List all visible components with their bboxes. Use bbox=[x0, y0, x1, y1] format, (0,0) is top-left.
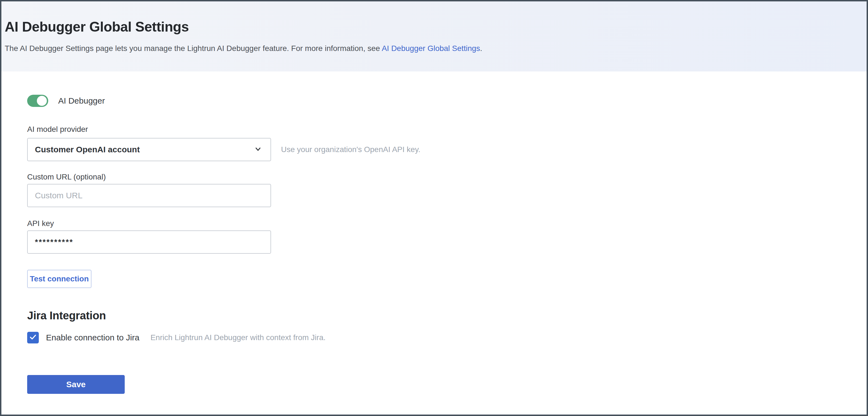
page-description-text: The AI Debugger Settings page lets you m… bbox=[5, 44, 382, 53]
test-connection-button[interactable]: Test connection bbox=[27, 270, 91, 288]
chevron-down-icon bbox=[253, 144, 263, 155]
model-provider-selected-value: Customer OpenAI account bbox=[35, 145, 140, 154]
model-provider-helper: Use your organization's OpenAI API key. bbox=[281, 145, 421, 154]
toggle-knob bbox=[37, 96, 47, 106]
jira-checkbox-helper: Enrich Lightrun AI Debugger with context… bbox=[151, 333, 326, 342]
bottom-divider bbox=[1, 414, 867, 415]
custom-url-input[interactable] bbox=[27, 184, 271, 207]
jira-integration-heading: Jira Integration bbox=[27, 309, 867, 322]
page-description-period: . bbox=[480, 44, 482, 53]
model-provider-select[interactable]: Customer OpenAI account bbox=[27, 138, 271, 161]
custom-url-label: Custom URL (optional) bbox=[27, 172, 867, 182]
page-description: The AI Debugger Settings page lets you m… bbox=[5, 43, 860, 54]
api-key-label: API key bbox=[27, 219, 867, 228]
page-title: AI Debugger Global Settings bbox=[5, 19, 860, 35]
settings-form: AI Debugger AI model provider Customer O… bbox=[1, 95, 867, 394]
ai-debugger-toggle[interactable] bbox=[27, 95, 48, 107]
jira-checkbox-row: Enable connection to Jira Enrich Lightru… bbox=[27, 332, 867, 344]
api-key-input[interactable] bbox=[27, 230, 271, 254]
ai-debugger-global-settings-link[interactable]: AI Debugger Global Settings bbox=[382, 44, 480, 53]
save-button[interactable]: Save bbox=[27, 375, 125, 394]
ai-debugger-toggle-label: AI Debugger bbox=[58, 96, 105, 105]
ai-debugger-toggle-row: AI Debugger bbox=[27, 95, 867, 107]
enable-jira-checkbox-label: Enable connection to Jira bbox=[46, 333, 140, 342]
page-header: AI Debugger Global Settings The AI Debug… bbox=[1, 1, 867, 71]
settings-page: AI Debugger Global Settings The AI Debug… bbox=[0, 0, 868, 416]
check-icon bbox=[28, 332, 38, 343]
model-provider-label: AI model provider bbox=[27, 125, 867, 134]
model-provider-row: Customer OpenAI account Use your organiz… bbox=[27, 138, 867, 161]
enable-jira-checkbox[interactable] bbox=[27, 332, 39, 344]
